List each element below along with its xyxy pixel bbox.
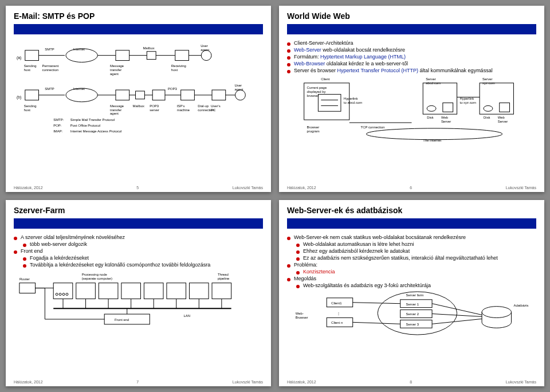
svg-rect-42: [212, 90, 226, 100]
svg-text:Useragent: Useragent: [201, 44, 209, 52]
svg-rect-9: [116, 50, 129, 61]
slide-title: World Wide Web: [287, 11, 536, 21]
svg-text:IMAP:: IMAP:: [53, 130, 62, 133]
bullet-item: Ez az adatbázis nem szükségszerűen stati…: [296, 255, 536, 261]
svg-rect-91: [212, 283, 231, 299]
svg-text:⋮: ⋮: [337, 312, 340, 315]
bullet-item: Client-Server-Architektúra: [287, 40, 536, 46]
svg-rect-56: [318, 95, 341, 112]
svg-rect-38: [181, 90, 195, 100]
svg-line-126: [353, 303, 400, 304]
svg-text:(b): (b): [17, 95, 21, 100]
svg-text:Internet Message Access Protoc: Internet Message Access Protocol: [70, 130, 122, 133]
slide-content: (a) Sendinghost SMTP Permanentconnection…: [14, 39, 263, 183]
bullet-item: Fogadja a lekérdezéseket: [23, 255, 263, 261]
svg-text:Web-Browser: Web-Browser: [296, 312, 308, 319]
svg-text:Useragent: Useragent: [235, 84, 243, 91]
svg-point-17: [201, 50, 211, 61]
svg-text:Receivinghost: Receivinghost: [171, 64, 186, 72]
slide-6: World Wide Web Client-Server-Architektúr…: [279, 6, 544, 192]
svg-rect-12: [147, 52, 156, 60]
bullet-item: Konzisztencia: [296, 269, 536, 275]
svg-point-44: [235, 90, 246, 100]
svg-text:Internet: Internet: [73, 87, 85, 91]
svg-text:Processing node(separate compu: Processing node(separate computer): [82, 273, 112, 280]
svg-text:POP3: POP3: [168, 87, 178, 91]
bullet-item: Web-Server web-oldalakat bocsát rendelke…: [287, 47, 536, 53]
svg-rect-85: [76, 283, 96, 299]
slide-title: E-Mail: SMTP és POP: [14, 11, 263, 21]
slide-content: A szerver oldal teljesítményének növelés…: [14, 233, 263, 377]
svg-rect-1: [25, 50, 39, 61]
bullet-item: A szerver oldal teljesítményének növelés…: [14, 234, 263, 247]
footer-left: Hálózatok, 2012: [14, 186, 43, 190]
svg-text:Hyperlinkto xyz.com: Hyperlinkto xyz.com: [460, 97, 476, 104]
svg-text:Simple Mail Transfer Protocol: Simple Mail Transfer Protocol: [70, 118, 115, 121]
slide-content: Web-Server-ek nem csak statikus web-olda…: [287, 233, 536, 377]
slide-title: Szerver-Farm: [14, 206, 263, 215]
svg-rect-89: [167, 283, 186, 299]
svg-rect-21: [25, 90, 39, 100]
svg-text:Server farm: Server farm: [406, 293, 424, 297]
svg-point-71: [484, 105, 493, 111]
svg-text:Permanentconnection: Permanentconnection: [42, 64, 58, 72]
bullet-item: Továbbítja a lekérdezéseket egy különáll…: [23, 262, 263, 268]
svg-rect-80: [19, 283, 36, 293]
svg-rect-67: [443, 103, 453, 112]
svg-text:SMTP:: SMTP:: [53, 118, 64, 121]
bullet-item: több web-server dolgozik: [23, 241, 263, 247]
bullet-item: Server és browser Hypertext Transfer Pro…: [287, 68, 536, 73]
svg-rect-33: [152, 90, 165, 100]
smtp-pop-diagram: (a) Sendinghost SMTP Permanentconnection…: [14, 39, 263, 135]
svg-rect-90: [189, 283, 209, 299]
svg-text:Server 2: Server 2: [406, 312, 419, 316]
www-diagram: Client Current pagedisplayed bybrowser H…: [287, 75, 536, 143]
svg-text:Hyperlinkto abcd.com: Hyperlinkto abcd.com: [344, 97, 362, 104]
svg-point-95: [66, 293, 68, 296]
svg-text:SMTP: SMTP: [45, 48, 54, 51]
svg-text:Threadpipeline: Threadpipeline: [218, 273, 230, 280]
svg-text:Disk: Disk: [427, 116, 434, 119]
svg-text:LAN: LAN: [184, 314, 191, 317]
svg-text:Current pagedisplayed bybrowse: Current pagedisplayed bybrowser: [307, 86, 327, 97]
serverfarm-diagram: Router Processing node(separate computer…: [14, 269, 263, 331]
svg-text:Mailbox: Mailbox: [143, 46, 154, 50]
svg-text:Serverxyz.com: Serverxyz.com: [482, 77, 495, 85]
svg-text:WebServer: WebServer: [498, 116, 508, 123]
svg-rect-86: [99, 283, 118, 299]
svg-text:(a): (a): [17, 56, 21, 60]
svg-point-65: [427, 105, 436, 111]
bullet-item: MegoldásWeb-szolgáltatás és adatbázis eg…: [287, 276, 536, 288]
bullet-item: Formátum: Hyptertext Markup Language (HT…: [287, 54, 536, 60]
slide-7: Szerver-Farm A szerver oldal teljesítmén…: [6, 200, 271, 386]
svg-rect-15: [175, 50, 189, 61]
svg-text:WebServer: WebServer: [441, 116, 451, 123]
svg-text:Server 1: Server 1: [406, 303, 419, 306]
svg-text:Server 3: Server 3: [406, 323, 419, 326]
svg-rect-87: [121, 283, 141, 299]
slide-5: E-Mail: SMTP és POP (a) Sendinghost SMTP…: [6, 6, 271, 192]
db-arch-diagram: Web-Browser Client1 ⋮ Client n Server fa…: [287, 289, 536, 340]
svg-rect-88: [144, 283, 163, 299]
svg-point-128: [482, 307, 511, 318]
title-bar: [14, 24, 263, 34]
svg-point-92: [56, 293, 58, 296]
svg-rect-70: [480, 83, 513, 114]
svg-text:Post Office Protocol: Post Office Protocol: [70, 124, 100, 127]
bullet-item: Web-oldalakat automatikusan is létre leh…: [296, 241, 536, 247]
svg-text:Internet: Internet: [73, 48, 85, 51]
svg-rect-73: [500, 103, 510, 112]
svg-point-93: [59, 293, 61, 296]
svg-text:Mailbox: Mailbox: [133, 104, 144, 108]
bullet-item: Front endFogadja a lekérdezéseketTovábbí…: [14, 248, 263, 268]
bullet-item: Web-szolgáltatás és adatbázis egy 3-fokú…: [296, 283, 536, 288]
title-bar: [287, 218, 536, 229]
bullet-item: Web-Browser oldalakat kérdez le a web-se…: [287, 61, 536, 66]
svg-line-127: [353, 322, 400, 324]
svg-text:Adatbázis: Adatbázis: [513, 304, 528, 307]
svg-rect-84: [53, 283, 73, 299]
svg-text:POP:: POP:: [53, 124, 62, 127]
svg-text:Sendinghost: Sendinghost: [24, 64, 37, 72]
svg-text:Sendinghost: Sendinghost: [24, 104, 37, 112]
title-bar: [14, 218, 263, 229]
